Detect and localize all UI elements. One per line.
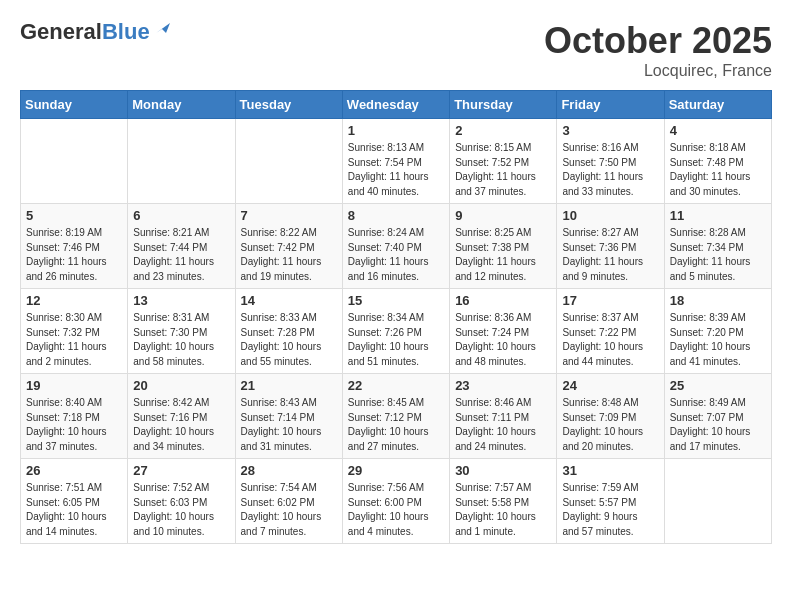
day-info: Sunrise: 8:19 AM Sunset: 7:46 PM Dayligh… — [26, 226, 122, 284]
calendar-cell: 18Sunrise: 8:39 AM Sunset: 7:20 PM Dayli… — [664, 289, 771, 374]
calendar-cell: 31Sunrise: 7:59 AM Sunset: 5:57 PM Dayli… — [557, 459, 664, 544]
day-info: Sunrise: 8:40 AM Sunset: 7:18 PM Dayligh… — [26, 396, 122, 454]
calendar-cell: 9Sunrise: 8:25 AM Sunset: 7:38 PM Daylig… — [450, 204, 557, 289]
calendar-cell — [21, 119, 128, 204]
week-row-1: 1Sunrise: 8:13 AM Sunset: 7:54 PM Daylig… — [21, 119, 772, 204]
day-number: 8 — [348, 208, 444, 223]
week-row-2: 5Sunrise: 8:19 AM Sunset: 7:46 PM Daylig… — [21, 204, 772, 289]
day-info: Sunrise: 8:25 AM Sunset: 7:38 PM Dayligh… — [455, 226, 551, 284]
day-number: 16 — [455, 293, 551, 308]
calendar-cell: 14Sunrise: 8:33 AM Sunset: 7:28 PM Dayli… — [235, 289, 342, 374]
calendar-table: SundayMondayTuesdayWednesdayThursdayFrid… — [20, 90, 772, 544]
calendar-cell: 7Sunrise: 8:22 AM Sunset: 7:42 PM Daylig… — [235, 204, 342, 289]
day-number: 18 — [670, 293, 766, 308]
day-number: 22 — [348, 378, 444, 393]
day-number: 11 — [670, 208, 766, 223]
calendar-cell: 4Sunrise: 8:18 AM Sunset: 7:48 PM Daylig… — [664, 119, 771, 204]
week-row-3: 12Sunrise: 8:30 AM Sunset: 7:32 PM Dayli… — [21, 289, 772, 374]
day-number: 9 — [455, 208, 551, 223]
logo: GeneralBlue — [20, 20, 170, 44]
calendar-cell: 6Sunrise: 8:21 AM Sunset: 7:44 PM Daylig… — [128, 204, 235, 289]
day-info: Sunrise: 8:16 AM Sunset: 7:50 PM Dayligh… — [562, 141, 658, 199]
location-title: Locquirec, France — [544, 62, 772, 80]
day-info: Sunrise: 8:27 AM Sunset: 7:36 PM Dayligh… — [562, 226, 658, 284]
calendar-cell — [664, 459, 771, 544]
calendar-cell — [235, 119, 342, 204]
calendar-cell: 5Sunrise: 8:19 AM Sunset: 7:46 PM Daylig… — [21, 204, 128, 289]
day-number: 25 — [670, 378, 766, 393]
day-info: Sunrise: 7:59 AM Sunset: 5:57 PM Dayligh… — [562, 481, 658, 539]
day-info: Sunrise: 8:15 AM Sunset: 7:52 PM Dayligh… — [455, 141, 551, 199]
day-info: Sunrise: 7:54 AM Sunset: 6:02 PM Dayligh… — [241, 481, 337, 539]
calendar-cell: 1Sunrise: 8:13 AM Sunset: 7:54 PM Daylig… — [342, 119, 449, 204]
day-info: Sunrise: 8:13 AM Sunset: 7:54 PM Dayligh… — [348, 141, 444, 199]
calendar-cell: 11Sunrise: 8:28 AM Sunset: 7:34 PM Dayli… — [664, 204, 771, 289]
day-number: 31 — [562, 463, 658, 478]
calendar-cell — [128, 119, 235, 204]
day-number: 26 — [26, 463, 122, 478]
weekday-header-row: SundayMondayTuesdayWednesdayThursdayFrid… — [21, 91, 772, 119]
weekday-header-friday: Friday — [557, 91, 664, 119]
calendar-cell: 27Sunrise: 7:52 AM Sunset: 6:03 PM Dayli… — [128, 459, 235, 544]
day-number: 19 — [26, 378, 122, 393]
svg-marker-0 — [156, 23, 170, 33]
logo-bird-icon — [152, 19, 170, 37]
weekday-header-wednesday: Wednesday — [342, 91, 449, 119]
calendar-cell: 25Sunrise: 8:49 AM Sunset: 7:07 PM Dayli… — [664, 374, 771, 459]
day-number: 3 — [562, 123, 658, 138]
day-info: Sunrise: 8:18 AM Sunset: 7:48 PM Dayligh… — [670, 141, 766, 199]
day-number: 10 — [562, 208, 658, 223]
calendar-cell: 13Sunrise: 8:31 AM Sunset: 7:30 PM Dayli… — [128, 289, 235, 374]
weekday-header-tuesday: Tuesday — [235, 91, 342, 119]
calendar-cell: 24Sunrise: 8:48 AM Sunset: 7:09 PM Dayli… — [557, 374, 664, 459]
day-number: 6 — [133, 208, 229, 223]
calendar-cell: 22Sunrise: 8:45 AM Sunset: 7:12 PM Dayli… — [342, 374, 449, 459]
calendar-cell: 8Sunrise: 8:24 AM Sunset: 7:40 PM Daylig… — [342, 204, 449, 289]
day-info: Sunrise: 7:57 AM Sunset: 5:58 PM Dayligh… — [455, 481, 551, 539]
calendar-cell: 12Sunrise: 8:30 AM Sunset: 7:32 PM Dayli… — [21, 289, 128, 374]
day-info: Sunrise: 8:49 AM Sunset: 7:07 PM Dayligh… — [670, 396, 766, 454]
day-info: Sunrise: 8:34 AM Sunset: 7:26 PM Dayligh… — [348, 311, 444, 369]
weekday-header-saturday: Saturday — [664, 91, 771, 119]
day-info: Sunrise: 8:37 AM Sunset: 7:22 PM Dayligh… — [562, 311, 658, 369]
calendar-cell: 16Sunrise: 8:36 AM Sunset: 7:24 PM Dayli… — [450, 289, 557, 374]
calendar-cell: 20Sunrise: 8:42 AM Sunset: 7:16 PM Dayli… — [128, 374, 235, 459]
day-info: Sunrise: 8:33 AM Sunset: 7:28 PM Dayligh… — [241, 311, 337, 369]
day-number: 20 — [133, 378, 229, 393]
calendar-cell: 15Sunrise: 8:34 AM Sunset: 7:26 PM Dayli… — [342, 289, 449, 374]
day-number: 28 — [241, 463, 337, 478]
week-row-4: 19Sunrise: 8:40 AM Sunset: 7:18 PM Dayli… — [21, 374, 772, 459]
calendar-cell: 28Sunrise: 7:54 AM Sunset: 6:02 PM Dayli… — [235, 459, 342, 544]
calendar-cell: 29Sunrise: 7:56 AM Sunset: 6:00 PM Dayli… — [342, 459, 449, 544]
day-info: Sunrise: 8:21 AM Sunset: 7:44 PM Dayligh… — [133, 226, 229, 284]
day-number: 1 — [348, 123, 444, 138]
calendar-cell: 26Sunrise: 7:51 AM Sunset: 6:05 PM Dayli… — [21, 459, 128, 544]
day-number: 24 — [562, 378, 658, 393]
month-title: October 2025 — [544, 20, 772, 62]
day-info: Sunrise: 8:45 AM Sunset: 7:12 PM Dayligh… — [348, 396, 444, 454]
day-info: Sunrise: 8:31 AM Sunset: 7:30 PM Dayligh… — [133, 311, 229, 369]
calendar-cell: 17Sunrise: 8:37 AM Sunset: 7:22 PM Dayli… — [557, 289, 664, 374]
day-info: Sunrise: 8:36 AM Sunset: 7:24 PM Dayligh… — [455, 311, 551, 369]
weekday-header-thursday: Thursday — [450, 91, 557, 119]
day-info: Sunrise: 7:56 AM Sunset: 6:00 PM Dayligh… — [348, 481, 444, 539]
weekday-header-sunday: Sunday — [21, 91, 128, 119]
day-info: Sunrise: 8:46 AM Sunset: 7:11 PM Dayligh… — [455, 396, 551, 454]
day-number: 4 — [670, 123, 766, 138]
day-number: 5 — [26, 208, 122, 223]
calendar-cell: 10Sunrise: 8:27 AM Sunset: 7:36 PM Dayli… — [557, 204, 664, 289]
day-number: 30 — [455, 463, 551, 478]
calendar-cell: 23Sunrise: 8:46 AM Sunset: 7:11 PM Dayli… — [450, 374, 557, 459]
day-number: 21 — [241, 378, 337, 393]
day-number: 14 — [241, 293, 337, 308]
day-number: 7 — [241, 208, 337, 223]
day-info: Sunrise: 8:42 AM Sunset: 7:16 PM Dayligh… — [133, 396, 229, 454]
week-row-5: 26Sunrise: 7:51 AM Sunset: 6:05 PM Dayli… — [21, 459, 772, 544]
title-area: October 2025 Locquirec, France — [544, 20, 772, 80]
day-number: 29 — [348, 463, 444, 478]
day-number: 27 — [133, 463, 229, 478]
day-number: 12 — [26, 293, 122, 308]
header: GeneralBlue October 2025 Locquirec, Fran… — [20, 20, 772, 80]
day-number: 2 — [455, 123, 551, 138]
day-info: Sunrise: 8:28 AM Sunset: 7:34 PM Dayligh… — [670, 226, 766, 284]
